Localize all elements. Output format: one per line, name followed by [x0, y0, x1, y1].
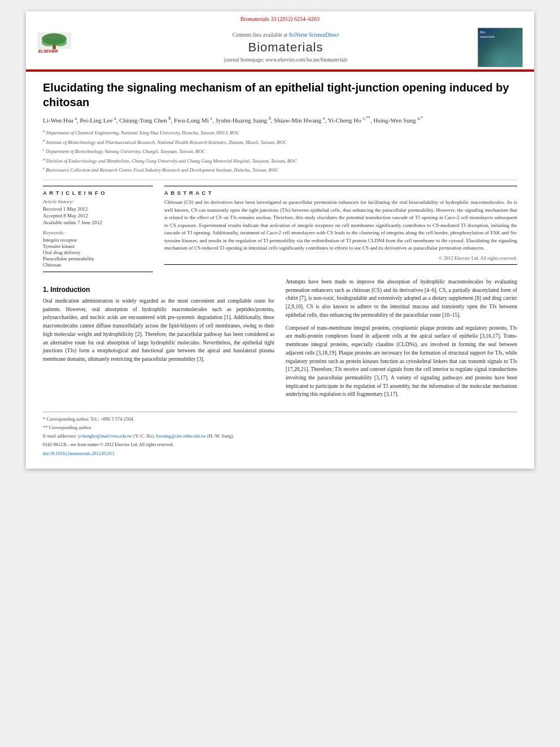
email-1-link[interactable]: ychengho@mail.vnu.edu.tw: [78, 433, 132, 439]
abstract-text: Chitosan (CS) and its derivatives have b…: [164, 199, 517, 252]
article-history-label: Article history:: [43, 199, 153, 204]
journal-title: Biomaterials: [99, 40, 472, 55]
doi-line: doi:10.1016/j.biomaterials.2012.05.013: [43, 451, 517, 457]
svg-rect-4: [53, 45, 56, 49]
article-footer: * Corresponding author. Tel.: +886 3 574…: [43, 412, 517, 457]
main-content: 1. Introduction Oral medication administ…: [43, 278, 517, 403]
accepted-date: Accepted 8 May 2012: [43, 213, 153, 219]
footnote-corresponding-1: * Corresponding author. Tel.: +886 3 574…: [43, 416, 517, 423]
authors-line: Li-Wen Hsu a, Pei-Ling Lee a, Chiung-Ton…: [43, 115, 517, 125]
keyword-3: Oral drug delivery: [43, 250, 153, 255]
svg-text:ELSEVIER: ELSEVIER: [38, 49, 58, 53]
journal-banner: ELSEVIER Contents lists available at Sci…: [37, 25, 523, 69]
journal-header: Biomaterials 33 (2012) 6254–6263 ELSEVIE…: [26, 11, 534, 71]
footnote-email: E-mail addresses: ychengho@mail.vnu.edu.…: [43, 433, 517, 440]
issn-line: 0142-9612/$ – see front matter © 2012 El…: [43, 442, 517, 448]
email-2-link[interactable]: hwsung@che.nthu.edu.tw: [156, 433, 206, 439]
journal-cover-image: Biomaterials: [478, 28, 523, 67]
journal-citation: Biomaterials 33 (2012) 6254–6263: [37, 16, 523, 22]
affiliation-c: c Department of Biotechnology, Vanung Un…: [43, 147, 517, 155]
article-info-box: A R T I C L E I N F O Article history: R…: [43, 186, 153, 272]
elsevier-logo: ELSEVIER: [37, 32, 94, 63]
introduction-header: 1. Introduction: [43, 286, 274, 294]
main-right-column: Attempts have been made to improve the a…: [286, 278, 517, 403]
affiliation-a: a Department of Chemical Engineering, Na…: [43, 128, 517, 137]
intro-paragraph-2: Attempts have been made to improve the a…: [286, 278, 517, 320]
intro-paragraph-1: Oral medication administration is widely…: [43, 297, 274, 364]
footnote-corresponding-2: ** Corresponding author.: [43, 424, 517, 431]
affiliation-e: e Bioresource Collection and Research Ce…: [43, 165, 517, 174]
keyword-5: Chitosan: [43, 262, 153, 268]
email-2-name: (H.-W. Sung).: [207, 433, 234, 439]
abstract-column: A B S T R A C T Chitosan (CS) and its de…: [164, 186, 517, 272]
main-left-column: 1. Introduction Oral medication administ…: [43, 278, 274, 403]
affiliations: a Department of Chemical Engineering, Na…: [43, 128, 517, 180]
abstract-title: A B S T R A C T: [164, 190, 517, 196]
email-1-name: (Y.-C. Ho),: [133, 433, 155, 439]
keywords-label: Keywords:: [43, 230, 153, 235]
received-date: Received 1 May 2012: [43, 206, 153, 212]
email-label: E-mail addresses:: [43, 433, 77, 439]
cover-label: Biomaterials: [480, 30, 495, 40]
article-page: Biomaterials 33 (2012) 6254–6263 ELSEVIE…: [26, 11, 534, 469]
copyright-line: © 2012 Elsevier Ltd. All rights reserved…: [164, 255, 517, 261]
article-body: Elucidating the signaling mechanism of a…: [26, 72, 534, 469]
sciverse-link[interactable]: SciVerse ScienceDirect: [288, 32, 339, 38]
article-info-column: A R T I C L E I N F O Article history: R…: [43, 186, 153, 272]
available-date: Available online 7 June 2012: [43, 220, 153, 225]
sciverse-line: Contents lists available at SciVerse Sci…: [99, 32, 472, 38]
elsevier-tree-icon: ELSEVIER: [37, 32, 71, 54]
affiliation-d: d Division of Endocrinology and Metaboli…: [43, 156, 517, 165]
keywords-section: Keywords: Integrin receptor Tyrosine kin…: [43, 230, 153, 268]
journal-center: Contents lists available at SciVerse Sci…: [94, 32, 478, 63]
journal-homepage: journal homepage: www.elsevier.com/locat…: [99, 57, 472, 63]
abstract-box: A B S T R A C T Chitosan (CS) and its de…: [164, 186, 517, 265]
intro-paragraph-3: Composed of trans-membrane integral prot…: [286, 324, 517, 399]
keyword-4: Paracellular permeability: [43, 256, 153, 261]
article-info-title: A R T I C L E I N F O: [43, 190, 153, 196]
keyword-2: Tyrosine kinase: [43, 243, 153, 249]
info-abstract-section: A R T I C L E I N F O Article history: R…: [43, 186, 517, 272]
affiliation-b: b Institute of Biotechnology and Pharmac…: [43, 138, 517, 146]
keyword-1: Integrin receptor: [43, 237, 153, 243]
article-title: Elucidating the signaling mechanism of a…: [43, 80, 517, 110]
